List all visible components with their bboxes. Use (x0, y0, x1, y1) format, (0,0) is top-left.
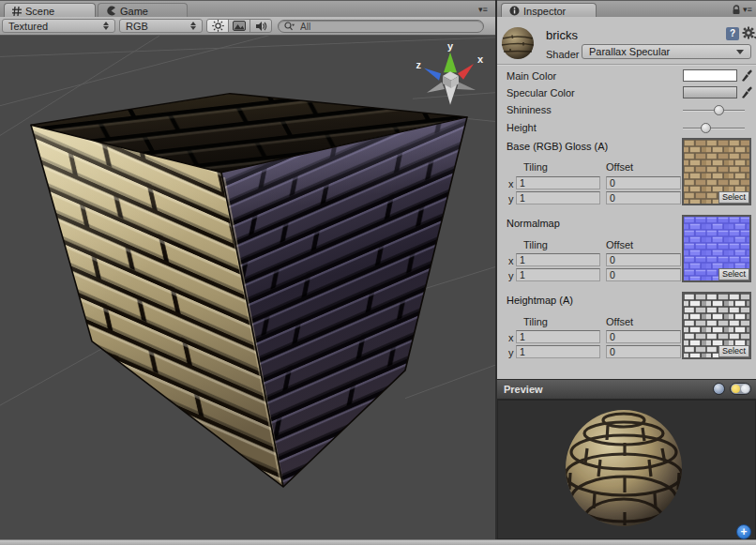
speaker-icon (255, 21, 267, 32)
tab-game[interactable]: Game (98, 3, 188, 18)
updown-arrows-icon (190, 22, 196, 30)
gizmo-y-cone (444, 53, 457, 72)
eyedropper-icon[interactable] (741, 86, 752, 98)
tab-inspector-label: Inspector (523, 6, 566, 17)
height-offset-x-field[interactable] (606, 330, 681, 343)
orientation-gizmo: y x z (416, 40, 484, 104)
search-input[interactable] (300, 22, 477, 32)
lock-icon[interactable] (732, 5, 741, 15)
shininess-slider[interactable] (683, 110, 745, 112)
normal-tiling-y-field[interactable] (516, 268, 600, 281)
base-offset-y-field[interactable] (606, 191, 681, 204)
y-row-label: y (508, 270, 514, 281)
x-row-label: x (508, 178, 514, 189)
scene-lighting-toggle[interactable] (206, 19, 229, 33)
height-offset-y-field[interactable] (606, 345, 681, 358)
search-icon (284, 22, 297, 31)
brick-cube (31, 94, 467, 487)
gizmo-y-label: y (447, 40, 453, 52)
tab-scene-label: Scene (25, 6, 54, 17)
draw-mode-value: Textured (8, 21, 48, 32)
base-select-button[interactable]: Select (718, 191, 749, 204)
heightmap-select-button[interactable]: Select (718, 345, 749, 357)
shader-dropdown[interactable]: Parallax Specular (582, 44, 751, 59)
material-name: bricks (546, 28, 578, 42)
sun-icon (212, 20, 224, 32)
light-on-dot (732, 385, 740, 393)
unity-editor-window: Scene Game ▾≡ Inspector ▾≡ Textured (0, 0, 756, 545)
base-tiling-x-field[interactable] (516, 176, 600, 189)
base-texture-thumbnail[interactable]: Select (682, 138, 751, 205)
height-tiling-x-field[interactable] (516, 330, 600, 343)
height-slider[interactable] (683, 128, 745, 129)
window-bottom-edge (0, 539, 756, 545)
add-button[interactable]: + (736, 524, 751, 539)
offset-header: Offset (606, 161, 633, 173)
base-map-title: Base (RGB) Gloss (A) (507, 141, 608, 152)
shininess-slider-handle[interactable] (714, 105, 724, 115)
shader-value: Parallax Specular (589, 46, 670, 57)
gizmo-x-cone (458, 64, 474, 80)
main-color-swatch[interactable] (683, 69, 737, 82)
normalmap-thumbnail[interactable]: Select (682, 215, 751, 282)
color-channel-dropdown[interactable]: RGB (119, 19, 203, 33)
shininess-label: Shininess (507, 104, 552, 115)
scene-viewport[interactable]: y x z (0, 36, 495, 539)
offset-header: Offset (606, 316, 633, 327)
scene-toolbar: Textured RGB (0, 17, 495, 36)
tab-inspector[interactable]: Inspector (501, 3, 597, 18)
divider (497, 64, 756, 65)
scene-pane-menu-icon[interactable]: ▾≡ (478, 5, 488, 14)
scene-audio-toggle[interactable] (249, 19, 272, 33)
y-row-label: y (508, 347, 514, 358)
normal-offset-x-field[interactable] (606, 253, 681, 266)
game-view-icon (106, 6, 116, 16)
tiling-header: Tiling (523, 316, 548, 327)
height-slider-handle[interactable] (701, 123, 711, 133)
preview-title: Preview (504, 384, 543, 395)
scene-grid-icon (12, 7, 22, 16)
normal-offset-y-field[interactable] (606, 268, 681, 281)
scene-search-field[interactable] (278, 20, 484, 33)
gizmo-z-cone (424, 68, 441, 81)
tab-game-label: Game (120, 6, 148, 17)
gizmo-z-label: z (416, 60, 421, 71)
inspector-pane-menu-icon[interactable]: ▾≡ (743, 5, 752, 14)
preview-light-toggle[interactable] (730, 383, 751, 395)
tab-strip: Scene Game ▾≡ Inspector ▾≡ (0, 0, 756, 17)
height-tiling-y-field[interactable] (516, 345, 600, 358)
draw-mode-dropdown[interactable]: Textured (2, 19, 115, 33)
gizmo-x-label: x (477, 53, 483, 65)
chevron-down-icon (736, 50, 744, 54)
preview-area[interactable] (497, 400, 756, 539)
offset-header: Offset (606, 239, 633, 250)
inspector-panel: bricks ? Shader Parallax Specular (497, 17, 756, 539)
preview-sphere-button[interactable] (713, 383, 725, 395)
updown-arrows-icon (103, 22, 109, 30)
y-row-label: y (508, 193, 514, 204)
scene-skybox-toggle[interactable] (228, 19, 250, 33)
normalmap-select-button[interactable]: Select (718, 268, 749, 280)
main-color-label: Main Color (507, 70, 556, 82)
material-sphere-thumbnail (501, 26, 535, 60)
color-channel-value: RGB (126, 21, 148, 32)
x-row-label: x (508, 255, 514, 266)
tiling-header: Tiling (523, 239, 548, 250)
eyedropper-icon[interactable] (741, 69, 752, 82)
light-off-dot (741, 385, 749, 393)
image-icon (233, 21, 246, 31)
normal-tiling-x-field[interactable] (516, 253, 600, 266)
specular-color-swatch[interactable] (683, 86, 737, 98)
heightmap-thumbnail[interactable]: Select (682, 292, 751, 359)
tiling-header: Tiling (523, 161, 548, 173)
base-tiling-y-field[interactable] (516, 191, 600, 204)
info-icon (509, 6, 520, 16)
heightmap-title: Heightmap (A) (507, 295, 573, 306)
x-row-label: x (508, 332, 514, 343)
shader-label: Shader (546, 49, 579, 60)
base-offset-x-field[interactable] (606, 176, 681, 189)
gear-icon[interactable] (742, 26, 756, 40)
tab-scene[interactable]: Scene (4, 3, 96, 18)
help-icon[interactable]: ? (726, 27, 739, 40)
normalmap-title: Normalmap (507, 218, 560, 229)
